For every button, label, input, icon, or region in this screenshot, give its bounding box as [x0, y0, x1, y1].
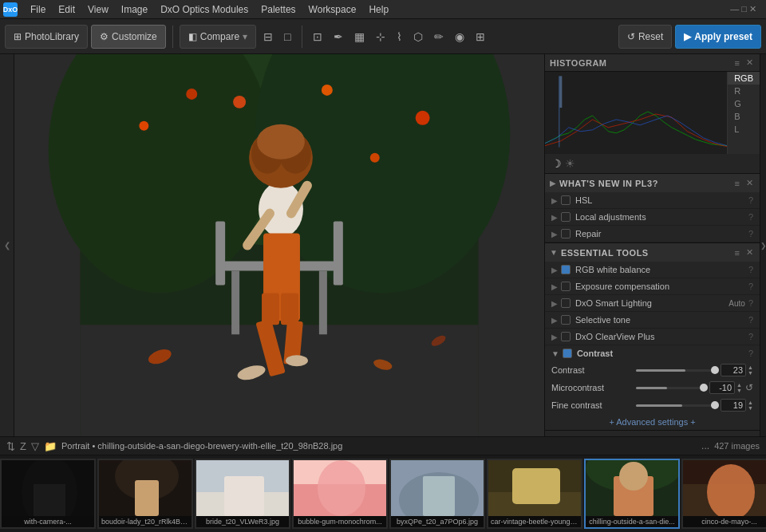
contrast-stepper[interactable]: ▲ ▼ [748, 365, 753, 376]
microcontrast-reset-icon[interactable]: ↺ [745, 382, 753, 393]
local-adj-help[interactable]: ? [748, 212, 753, 222]
wb-help[interactable]: ? [748, 265, 753, 274]
microcontrast-up[interactable]: ▲ [736, 382, 742, 388]
menu-image[interactable]: Image [115, 0, 154, 19]
moon-icon[interactable]: ☽ [551, 157, 562, 170]
contrast-up[interactable]: ▲ [748, 365, 753, 370]
fine-contrast-slider-thumb[interactable] [711, 401, 719, 409]
fine-contrast-down[interactable]: ▼ [748, 405, 753, 411]
brush-button[interactable]: ✏ [430, 25, 448, 49]
reset-button[interactable]: ↺ Reset [618, 25, 672, 49]
local-adj-check[interactable] [561, 212, 571, 222]
repair-help[interactable]: ? [748, 229, 753, 238]
hist-tab-r[interactable]: R [728, 85, 760, 97]
contrast-chevron[interactable]: ▼ [551, 349, 559, 358]
sort-icon[interactable]: ⇅ [6, 440, 15, 452]
contrast-check[interactable] [563, 349, 572, 358]
essential-tools-header[interactable]: ▼ ESSENTIAL TOOLS ≡ ✕ [545, 243, 760, 262]
repair-check[interactable] [561, 229, 571, 238]
fine-contrast-slider[interactable] [636, 404, 716, 407]
more-button[interactable]: ... [701, 440, 709, 451]
fine-contrast-stepper[interactable]: ▲ ▼ [748, 400, 753, 411]
exposure-help[interactable]: ? [748, 282, 753, 291]
retouch-button[interactable]: ✒ [330, 25, 347, 49]
hsl-chevron[interactable]: ▶ [551, 196, 558, 205]
wb-check[interactable] [561, 265, 571, 274]
selective-tone-chevron[interactable]: ▶ [551, 316, 558, 325]
film-item-7[interactable]: chilling-outside-a-san-die... [584, 459, 680, 529]
contrast-down[interactable]: ▼ [748, 370, 753, 376]
film-item-8[interactable]: cinco-de-mayo-... [681, 459, 766, 529]
film-item-3[interactable]: bride_t20_VLWeR3.jpg [195, 459, 290, 529]
clearview-check[interactable] [561, 332, 571, 341]
hist-tab-b[interactable]: B [728, 110, 760, 123]
menu-palettes[interactable]: Palettes [255, 0, 302, 19]
lasso-button[interactable]: ⌇ [393, 25, 406, 49]
histogram-close-button[interactable]: ✕ [744, 57, 755, 68]
repair-chevron[interactable]: ▶ [551, 230, 558, 238]
left-panel-toggle[interactable]: ❮ [0, 54, 14, 436]
polygon-button[interactable]: ⬡ [409, 25, 427, 49]
film-item-4[interactable]: bubble-gum-monochrom... [292, 459, 388, 529]
smart-lighting-chevron[interactable]: ▶ [551, 299, 558, 308]
photo-library-button[interactable]: ⊞ PhotoLibrary [5, 25, 88, 49]
menu-workspace[interactable]: Workspace [302, 0, 363, 19]
hsl-check[interactable] [561, 195, 571, 205]
smart-lighting-help[interactable]: ? [748, 298, 753, 308]
essential-menu[interactable]: ≡ [733, 247, 741, 258]
contrast-slider[interactable] [636, 369, 716, 372]
filter-icon[interactable]: ▽ [31, 440, 39, 452]
menu-help[interactable]: Help [362, 0, 395, 19]
hist-tab-g[interactable]: G [728, 97, 760, 110]
customize-button[interactable]: ⚙ Customize [91, 25, 166, 49]
hist-tab-rgb[interactable]: RGB [728, 72, 760, 85]
wb-chevron[interactable]: ▶ [551, 266, 558, 274]
hist-tab-l[interactable]: L [728, 123, 760, 136]
sun-icon[interactable]: ☀ [565, 157, 575, 170]
histogram-menu-button[interactable]: ≡ [733, 57, 741, 68]
hsl-help[interactable]: ? [748, 195, 753, 205]
microcontrast-stepper[interactable]: ▲ ▼ [736, 382, 742, 393]
crop-button[interactable]: ⊡ [309, 25, 326, 49]
contrast-slider-thumb[interactable] [711, 366, 719, 374]
exposure-chevron[interactable]: ▶ [551, 282, 558, 291]
local-adj-chevron[interactable]: ▶ [551, 213, 558, 222]
selective-tone-help[interactable]: ? [748, 315, 753, 325]
contrast-help[interactable]: ? [748, 349, 753, 358]
fine-contrast-up[interactable]: ▲ [748, 400, 753, 405]
eye-button[interactable]: ◉ [451, 25, 468, 49]
menu-edit[interactable]: Edit [52, 0, 81, 19]
filter-button[interactable]: ▦ [350, 25, 369, 49]
menu-file[interactable]: File [24, 0, 52, 19]
film-item-6[interactable]: car-vintage-beetle-young-... [487, 459, 582, 529]
apply-preset-button[interactable]: ▶ Apply preset [675, 25, 761, 49]
fine-contrast-value[interactable]: 19 [721, 399, 746, 412]
film-item-2[interactable]: boudoir-lady_t20_rRlk4B.j... [97, 459, 193, 529]
advanced-settings-link[interactable]: + Advanced settings + [545, 414, 760, 430]
essential-close[interactable]: ✕ [744, 247, 755, 258]
select-button[interactable]: ⊹ [372, 25, 389, 49]
z-icon[interactable]: Z [20, 440, 26, 452]
microcontrast-value[interactable]: -10 [709, 381, 735, 394]
exposure-check[interactable] [561, 282, 571, 291]
clearview-chevron[interactable]: ▶ [551, 333, 558, 341]
microcontrast-down[interactable]: ▼ [736, 388, 742, 393]
menu-view[interactable]: View [81, 0, 115, 19]
film-item-1[interactable]: with-camera-... [0, 459, 96, 529]
whats-new-header[interactable]: ▶ WHAT'S NEW IN PL3? ≡ ✕ [545, 174, 760, 192]
settings-button[interactable]: ⊞ [472, 25, 489, 49]
selective-tone-check[interactable] [561, 315, 571, 325]
whats-new-menu[interactable]: ≡ [733, 178, 741, 188]
microcontrast-slider[interactable] [636, 387, 705, 389]
smart-lighting-check[interactable] [561, 298, 571, 308]
layout-2col-button[interactable]: ⊟ [259, 25, 277, 49]
clearview-help[interactable]: ? [748, 332, 753, 341]
right-panel-toggle[interactable]: ❯ [760, 54, 766, 436]
microcontrast-slider-thumb[interactable] [700, 384, 708, 392]
whats-new-close[interactable]: ✕ [744, 178, 755, 188]
compare-button[interactable]: ◧ Compare ▾ [180, 25, 256, 49]
menu-dxo-optics[interactable]: DxO Optics Modules [154, 0, 255, 19]
contrast-value[interactable]: 23 [721, 364, 746, 376]
layout-single-button[interactable]: □ [280, 25, 294, 49]
film-item-5[interactable]: byxQPe_t20_a7POp6.jpg [389, 459, 485, 529]
